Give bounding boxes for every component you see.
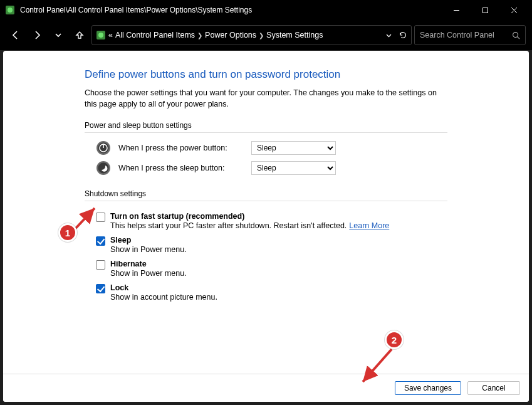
page-heading: Define power buttons and turn on passwor…	[85, 68, 447, 81]
breadcrumb-item[interactable]: Power Options	[205, 31, 256, 39]
power-button-select[interactable]: Sleep	[251, 141, 336, 155]
control-panel-icon	[96, 30, 106, 40]
checkbox-icon[interactable]	[96, 260, 105, 270]
close-button[interactable]	[499, 0, 528, 20]
checkbox-icon[interactable]	[96, 213, 105, 222]
power-button-label: When I press the power button:	[118, 144, 244, 152]
checkbox-desc: Show in account picture menu.	[110, 293, 217, 302]
divider	[85, 201, 447, 201]
navbar: « All Control Panel Items ❯ Power Option…	[0, 20, 532, 50]
checkbox-desc: Show in Power menu.	[110, 245, 187, 254]
address-bar[interactable]: « All Control Panel Items ❯ Power Option…	[91, 25, 412, 45]
section-title-shutdown: Shutdown settings	[85, 189, 447, 198]
save-button[interactable]: Save changes	[395, 381, 461, 395]
checkbox-lock[interactable]: Lock Show in account picture menu.	[85, 280, 447, 304]
checkbox-sleep[interactable]: Sleep Show in Power menu.	[85, 233, 447, 256]
chevron-right-icon: ❯	[197, 32, 202, 39]
search-input-wrapper[interactable]: Search Control Panel	[414, 25, 526, 45]
page-intro: Choose the power settings that you want …	[85, 87, 447, 110]
annotation-badge-2: 2	[385, 330, 404, 349]
checkbox-fast-startup[interactable]: Turn on fast startup (recommended) This …	[85, 209, 447, 233]
checkbox-label: Turn on fast startup (recommended)	[110, 212, 389, 221]
power-button-icon	[96, 140, 111, 155]
svg-point-1	[8, 8, 13, 13]
search-placeholder: Search Control Panel	[420, 31, 494, 39]
up-button[interactable]	[70, 26, 89, 45]
learn-more-link[interactable]: Learn More	[349, 221, 389, 230]
search-icon	[512, 31, 520, 39]
checkbox-desc: This helps start your PC faster after sh…	[110, 221, 389, 230]
control-panel-icon	[5, 5, 15, 15]
refresh-button[interactable]	[399, 31, 407, 39]
breadcrumb-prefix: «	[108, 31, 113, 39]
chevron-down-icon[interactable]	[385, 32, 392, 39]
back-button[interactable]	[6, 26, 25, 45]
breadcrumb-item[interactable]: System Settings	[266, 31, 323, 39]
svg-point-8	[513, 32, 518, 37]
checkbox-label: Lock	[110, 283, 217, 292]
footer: Save changes Cancel	[3, 374, 529, 402]
window-title: Control Panel\All Control Panel Items\Po…	[20, 6, 252, 14]
forward-button[interactable]	[28, 26, 46, 45]
minimize-button[interactable]	[442, 0, 471, 20]
divider	[85, 132, 447, 133]
checkbox-icon[interactable]	[96, 284, 105, 293]
section-title-power: Power and sleep button settings	[85, 121, 447, 130]
annotation-badge-1: 1	[58, 223, 77, 242]
checkbox-label: Hibernate	[110, 260, 187, 268]
svg-point-7	[98, 33, 103, 38]
recent-locations-button[interactable]	[49, 26, 68, 45]
chevron-right-icon: ❯	[259, 32, 264, 39]
checkbox-desc: Show in Power menu.	[110, 269, 187, 278]
sleep-button-icon	[96, 160, 111, 176]
checkbox-hibernate[interactable]: Hibernate Show in Power menu.	[85, 256, 447, 280]
svg-rect-3	[482, 8, 488, 13]
page-content: Define power buttons and turn on passwor…	[3, 51, 529, 402]
sleep-button-select[interactable]: Sleep	[251, 161, 336, 175]
sleep-button-label: When I press the sleep button:	[118, 164, 244, 172]
svg-line-9	[518, 36, 520, 39]
cancel-button[interactable]: Cancel	[467, 381, 520, 395]
checkbox-icon[interactable]	[96, 236, 105, 246]
maximize-button[interactable]	[471, 0, 499, 20]
breadcrumb-item[interactable]: All Control Panel Items	[115, 31, 195, 39]
checkbox-label: Sleep	[110, 236, 187, 245]
titlebar: Control Panel\All Control Panel Items\Po…	[0, 0, 532, 20]
